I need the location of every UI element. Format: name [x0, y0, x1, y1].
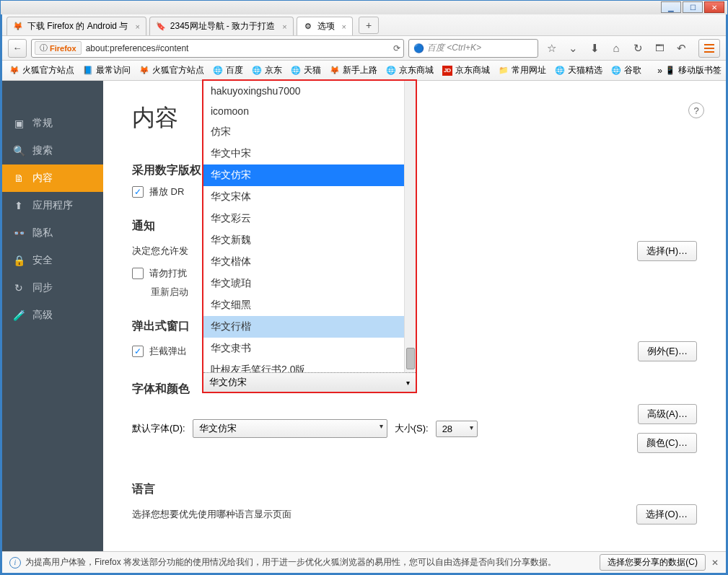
dnd-checkbox[interactable] [132, 268, 144, 279]
font-option[interactable]: 华文仿宋 [203, 164, 416, 186]
tab-close-icon[interactable]: × [135, 22, 139, 31]
overflow-chevron-icon[interactable]: » [657, 66, 662, 76]
window-minimize-button[interactable]: ▁ [661, 1, 681, 13]
globe-icon: 🌐 [252, 66, 262, 76]
font-dropdown-selected-display[interactable]: 华文仿宋 [203, 372, 416, 392]
url-bar[interactable]: ⓘFirefox about:preferences#content ⟳ [31, 39, 404, 58]
tab-label: 选项 [317, 20, 335, 32]
undo-icon[interactable]: ↶ [672, 40, 690, 57]
bookmark-item[interactable]: 🦊火狐官方站点 [6, 63, 77, 78]
font-option[interactable]: 华文中宋 [203, 143, 416, 164]
font-option[interactable]: 华文隶书 [203, 338, 416, 359]
tab-close-icon[interactable]: × [342, 22, 346, 31]
sidebar-item-applications[interactable]: ⬆应用程序 [2, 192, 103, 219]
pocket-icon[interactable]: ⌄ [564, 40, 582, 57]
dropdown-scrollthumb[interactable] [406, 348, 415, 369]
bookmark-item[interactable]: 🌐百度 [210, 63, 246, 78]
security-icon: 🔒 [12, 254, 25, 267]
dropdown-scrollbar[interactable] [404, 81, 416, 372]
sidebar-item-search[interactable]: 🔍搜索 [2, 137, 103, 164]
tab-close-icon[interactable]: × [282, 22, 286, 31]
info-icon: i [9, 557, 21, 569]
bookmark-item[interactable]: 📘最常访问 [80, 63, 133, 78]
font-option[interactable]: 华文新魏 [203, 229, 416, 251]
back-button[interactable]: ← [8, 39, 27, 58]
bookmark-item[interactable]: 🌐京东商城 [383, 63, 437, 78]
font-option[interactable]: 华文细黑 [203, 294, 416, 316]
search-bar[interactable]: 🔵 百度 <Ctrl+K> [408, 39, 538, 58]
sidebar-item-privacy[interactable]: 👓隐私 [2, 219, 103, 247]
gear-icon: ⚙ [303, 22, 313, 32]
window-close-button[interactable]: ✕ [704, 1, 724, 13]
bookmark-item[interactable]: 🌐京东 [249, 63, 285, 78]
notifications-select-button[interactable]: 选择(H)… [637, 241, 697, 261]
font-size-dropdown[interactable]: 28 [436, 421, 478, 437]
applications-icon: ⬆ [12, 199, 25, 212]
popup-block-checkbox[interactable] [132, 346, 144, 357]
language-heading: 语言 [132, 482, 697, 497]
preferences-sidebar: ▣常规 🔍搜索 🗎内容 ⬆应用程序 👓隐私 🔒安全 ↻同步 🧪高级 [2, 81, 103, 573]
sidebar-item-sync[interactable]: ↻同步 [2, 274, 103, 302]
font-option[interactable]: 华文彩云 [203, 208, 416, 229]
font-size-label: 大小(S): [395, 422, 429, 435]
bookmark-item[interactable]: 🦊火狐官方站点 [136, 63, 207, 78]
sync-icon[interactable]: ↻ [629, 40, 646, 57]
font-option[interactable]: 华文行楷 [203, 316, 416, 338]
globe-icon: 🌐 [386, 66, 396, 76]
notification-close-icon[interactable]: ✕ [711, 558, 719, 568]
drm-checkbox-label: 播放 DR [149, 185, 184, 198]
tab-0[interactable]: 🦊 下载 Firefox 的 Android 与 × [6, 17, 146, 35]
fonts-advanced-button[interactable]: 高级(A)… [638, 404, 697, 424]
tab-label: 下载 Firefox 的 Android 与 [27, 20, 128, 32]
tab-1[interactable]: 🔖 2345网址导航 - 致力于打造 × [149, 17, 294, 35]
content-icon: 🗎 [12, 172, 25, 185]
sidebar-item-advanced[interactable]: 🧪高级 [2, 302, 103, 329]
url-text: about:preferences#content [86, 43, 189, 53]
help-button[interactable]: ? [688, 102, 704, 118]
bookmark-item[interactable]: 🌐天猫精选 [552, 63, 605, 78]
folder-icon: 📁 [499, 66, 509, 76]
tab-2-preferences[interactable]: ⚙ 选项 × [297, 17, 353, 35]
font-option[interactable]: hakuyoxingshu7000 [203, 81, 416, 101]
new-tab-button[interactable]: + [359, 17, 379, 34]
colors-button[interactable]: 颜色(C)… [637, 433, 697, 453]
bookmark-item[interactable]: 🌐谷歌 [608, 63, 644, 78]
drm-checkbox[interactable] [132, 186, 144, 198]
reload-icon[interactable]: ⟳ [393, 43, 400, 53]
sidebar-item-content[interactable]: 🗎内容 [2, 164, 103, 192]
firefox-icon: 🦊 [139, 66, 149, 76]
language-desc: 选择您想要优先使用哪种语言显示页面 [132, 508, 291, 521]
identity-label: Firefox [50, 44, 76, 53]
globe-icon: 🌐 [611, 66, 621, 76]
choose-data-button[interactable]: 选择您要分享的数据(C) [600, 554, 706, 571]
language-select-button[interactable]: 选择(O)… [636, 504, 697, 524]
font-option[interactable]: 华文宋体 [203, 186, 416, 208]
search-engine-icon: 🔵 [413, 43, 424, 53]
bookmark-item[interactable]: JD京东商城 [439, 63, 493, 78]
identity-box[interactable]: ⓘFirefox [35, 41, 82, 55]
privacy-icon: 👓 [12, 227, 25, 240]
font-option[interactable]: icomoon [203, 101, 416, 121]
font-option[interactable]: 仿宋 [203, 121, 416, 143]
window-titlebar: ▁ ☐ ✕ [0, 0, 728, 14]
home-icon[interactable]: ⌂ [608, 40, 625, 57]
general-icon: ▣ [12, 117, 25, 130]
firefox-icon: 🦊 [330, 66, 340, 76]
menu-button[interactable] [698, 39, 720, 58]
default-font-dropdown[interactable]: 华文仿宋 [193, 419, 387, 438]
popup-exceptions-button[interactable]: 例外(E)… [638, 341, 697, 361]
downloads-icon[interactable]: ⬇ [586, 40, 603, 57]
bookmark-item[interactable]: 🦊新手上路 [327, 63, 380, 78]
window-maximize-button[interactable]: ☐ [683, 1, 703, 13]
font-option[interactable]: 华文楷体 [203, 251, 416, 273]
sidebar-item-general[interactable]: ▣常规 [2, 110, 103, 137]
font-option[interactable]: 华文琥珀 [203, 273, 416, 294]
bookmark-overflow-label[interactable]: 移动版书签 [678, 64, 722, 76]
sidebar-item-security[interactable]: 🔒安全 [2, 247, 103, 274]
pin-icon[interactable]: 🗔 [651, 40, 668, 57]
font-option[interactable]: 叶根友毛笔行书2.0版 [203, 359, 416, 372]
sync-icon: ↻ [12, 281, 25, 294]
bookmark-item[interactable]: 📁常用网址 [496, 63, 549, 78]
bookmark-star-icon[interactable]: ☆ [543, 40, 560, 57]
bookmark-item[interactable]: 🌐天猫 [288, 63, 324, 78]
